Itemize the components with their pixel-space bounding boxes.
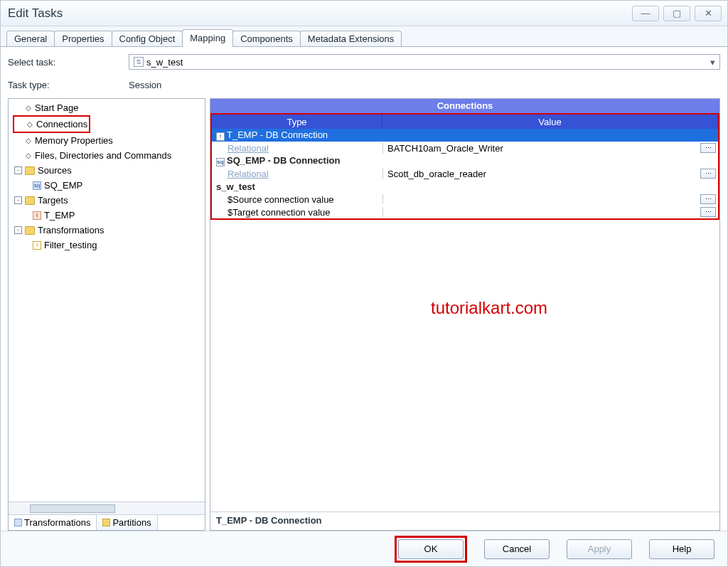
tree-sq-emp[interactable]: sq SQ_EMP (31, 178, 205, 193)
folder-icon (25, 166, 35, 175)
window-title: Edit Tasks (6, 6, 632, 21)
connections-highlight: ◇ Connections (13, 115, 90, 133)
tree-start-page[interactable]: ◇ Start Page (13, 100, 205, 115)
ok-highlight: OK (395, 536, 467, 563)
tree-sources[interactable]: - Sources (13, 163, 205, 178)
browse-button[interactable]: ⋯ (700, 143, 716, 153)
tab-components[interactable]: Components (232, 31, 301, 46)
filter-icon: f (33, 241, 41, 250)
collapse-icon[interactable]: - (14, 196, 22, 204)
source-qualifier-icon: sq (216, 158, 225, 166)
select-task-value: s_w_test (146, 57, 183, 68)
cancel-button[interactable]: Cancel (484, 539, 550, 559)
column-value: Value (382, 115, 718, 129)
tree-memory-properties[interactable]: ◇ Memory Properties (13, 133, 205, 148)
tree-transformations[interactable]: - Transformations (13, 223, 205, 238)
row-target-connection-value[interactable]: $Target connection value ⋯ (212, 206, 718, 218)
connections-pane: Connections Type Value tT_EMP - DB Conne… (210, 98, 720, 531)
window-buttons: — ▢ ✕ (632, 6, 722, 21)
content-area: Select task: S s_w_test Task type: Sessi… (1, 46, 727, 531)
target-icon: t (216, 132, 225, 141)
left-tree-pane: ◇ Start Page ◇ Connections (8, 98, 205, 531)
minimize-button[interactable]: — (632, 6, 659, 21)
close-button[interactable]: ✕ (695, 6, 722, 21)
collapse-icon[interactable]: - (14, 166, 22, 174)
folder-icon (25, 196, 35, 205)
diamond-icon: ◇ (25, 104, 32, 112)
source-qualifier-icon: sq (33, 181, 41, 190)
partitions-icon (102, 519, 110, 526)
split-container: ◇ Start Page ◇ Connections (8, 98, 720, 531)
connections-grid-highlight: Type Value tT_EMP - DB Connection Relati… (210, 113, 719, 220)
bottom-tab-partitions[interactable]: Partitions (97, 515, 157, 530)
browse-button[interactable]: ⋯ (700, 194, 716, 204)
connections-body: tT_EMP - DB Connection Relational BATCH1… (212, 129, 718, 218)
tree-t-emp[interactable]: t T_EMP (31, 208, 205, 223)
diamond-icon: ◇ (25, 137, 32, 144)
task-type-value: Session (129, 80, 161, 90)
help-button[interactable]: Help (649, 539, 714, 559)
row-s-w-test[interactable]: s_w_test (212, 180, 718, 193)
diamond-icon: ◇ (26, 120, 33, 128)
task-type-label: Task type: (8, 80, 129, 90)
tree-files-directories-commands[interactable]: ◇ Files, Directories and Commands (13, 148, 205, 163)
bottom-tab-transformations[interactable]: Transformations (9, 515, 97, 530)
tab-config-object[interactable]: Config Object (112, 31, 183, 46)
tab-properties[interactable]: Properties (54, 31, 112, 46)
row-sq-emp-db-connection[interactable]: sqSQ_EMP - DB Connection (212, 154, 718, 167)
row-t-emp-db-connection[interactable]: tT_EMP - DB Connection (212, 129, 718, 142)
transformations-icon (14, 519, 22, 526)
main-tabstrip: General Properties Config Object Mapping… (1, 26, 727, 46)
titlebar: Edit Tasks — ▢ ✕ (1, 1, 727, 26)
mapping-tree: ◇ Start Page ◇ Connections (9, 99, 205, 502)
maximize-button[interactable]: ▢ (663, 6, 690, 21)
diamond-icon: ◇ (25, 152, 32, 159)
tree-targets[interactable]: - Targets (13, 193, 205, 208)
sq-emp-value: Scott_db_oracle_reader (387, 169, 486, 179)
connections-title: Connections (210, 99, 719, 113)
scrollbar-thumb[interactable] (30, 504, 115, 513)
browse-button[interactable]: ⋯ (700, 207, 716, 217)
tree-bottom-tabs: Transformations Partitions (9, 514, 205, 530)
ok-button[interactable]: OK (398, 539, 464, 559)
select-task-row: Select task: S s_w_test (8, 53, 720, 71)
session-icon: S (134, 57, 144, 67)
row-sq-emp-relational[interactable]: Relational Scott_db_oracle_reader ⋯ (212, 167, 718, 180)
tree-horizontal-scrollbar[interactable] (9, 502, 205, 514)
collapse-icon[interactable]: - (14, 226, 22, 234)
task-type-row: Task type: Session (8, 75, 720, 94)
select-task-dropdown[interactable]: S s_w_test (129, 54, 720, 70)
target-icon: t (33, 211, 41, 220)
browse-button[interactable]: ⋯ (700, 169, 716, 179)
tab-metadata-extensions[interactable]: Metadata Extensions (300, 31, 402, 46)
dialog-button-bar: OK Cancel Apply Help (1, 531, 727, 566)
connections-header: Type Value (212, 115, 718, 129)
select-task-label: Select task: (8, 57, 129, 68)
tree-filter-testing[interactable]: f Filter_testing (31, 238, 205, 253)
column-type: Type (212, 115, 382, 129)
row-t-emp-relational[interactable]: Relational BATCH10am_Oracle_Writer ⋯ (212, 142, 718, 154)
tab-mapping[interactable]: Mapping (182, 29, 233, 47)
tree-connections[interactable]: ◇ Connections (14, 117, 89, 132)
edit-tasks-window: Edit Tasks — ▢ ✕ General Properties Conf… (0, 0, 728, 567)
apply-button: Apply (567, 539, 632, 559)
t-emp-value: BATCH10am_Oracle_Writer (387, 143, 503, 154)
status-bar: T_EMP - DB Connection (210, 512, 719, 530)
row-source-connection-value[interactable]: $Source connection value ⋯ (212, 193, 718, 206)
folder-icon (25, 226, 35, 235)
tab-general[interactable]: General (6, 31, 55, 46)
